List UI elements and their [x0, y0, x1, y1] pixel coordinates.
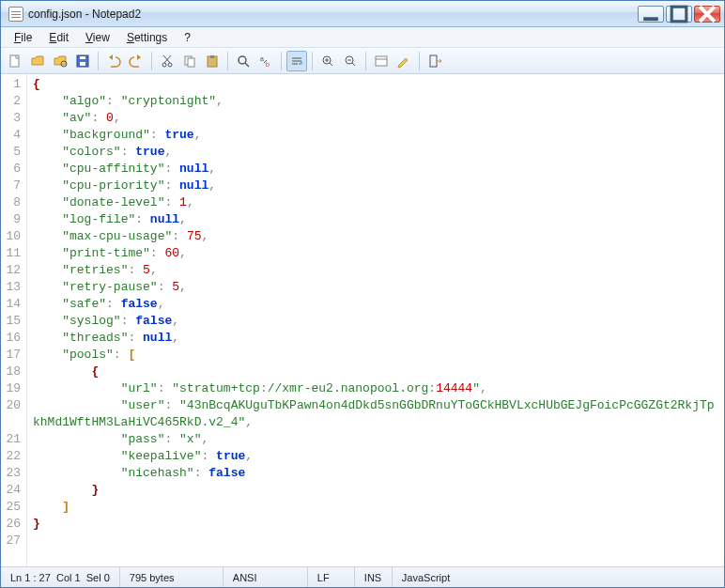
code-line[interactable]: "nicehash": false	[33, 465, 718, 482]
line-number: 27	[5, 533, 21, 549]
code-line[interactable]: "av": 0,	[33, 110, 718, 127]
code-line[interactable]: "algo": "cryptonight",	[33, 93, 718, 110]
svg-rect-8	[80, 56, 85, 59]
svg-rect-1	[671, 7, 686, 22]
line-number: 17	[5, 347, 21, 364]
menu-edit[interactable]: Edit	[41, 29, 76, 46]
line-number: 15	[5, 313, 21, 330]
code-area[interactable]: { "algo": "cryptonight", "av": 0, "backg…	[27, 74, 724, 566]
line-number: 25	[5, 499, 21, 516]
code-line[interactable]: "safe": false,	[33, 296, 718, 313]
code-line[interactable]: }	[33, 516, 718, 533]
replace-icon[interactable]: ab	[255, 51, 276, 71]
svg-line-18	[245, 63, 249, 67]
line-number: 20	[5, 397, 21, 431]
line-number: 26	[5, 516, 21, 533]
code-line[interactable]: "pass": "x",	[33, 431, 718, 448]
paste-icon[interactable]	[202, 51, 223, 71]
svg-point-10	[168, 63, 172, 67]
titlebar[interactable]: config.json - Notepad2	[1, 1, 724, 27]
minimize-button[interactable]	[638, 6, 664, 23]
line-number: 9	[5, 211, 21, 228]
code-line[interactable]: "print-time": 60,	[33, 245, 718, 262]
status-enc[interactable]: ANSI	[224, 567, 308, 587]
code-line[interactable]: "user": "43nBcqAKUguTbKPawn4on4dDkd5snGG…	[33, 397, 718, 431]
open-icon[interactable]	[27, 51, 48, 71]
line-number: 4	[5, 127, 21, 144]
svg-line-25	[330, 63, 332, 66]
code-line[interactable]	[33, 533, 718, 549]
line-number: 19	[5, 380, 21, 397]
menu-view[interactable]: View	[78, 29, 117, 46]
svg-line-12	[163, 55, 170, 63]
code-line[interactable]: "max-cpu-usage": 75,	[33, 228, 718, 245]
new-icon[interactable]	[5, 51, 25, 71]
svg-rect-14	[188, 58, 194, 67]
status-ins[interactable]: INS	[355, 567, 393, 587]
svg-rect-7	[80, 62, 85, 66]
browse-icon[interactable]	[50, 51, 70, 71]
code-line[interactable]: ]	[33, 499, 718, 516]
code-line[interactable]: "donate-level": 1,	[33, 194, 718, 211]
code-line[interactable]: {	[33, 364, 718, 380]
editor[interactable]: 1234567891011121314151617181920212223242…	[1, 74, 724, 566]
line-gutter: 1234567891011121314151617181920212223242…	[1, 74, 27, 566]
menu-help[interactable]: ?	[177, 29, 198, 46]
line-number: 6	[5, 161, 21, 178]
code-line[interactable]: "url": "stratum+tcp://xmr-eu2.nanopool.o…	[33, 380, 718, 397]
line-number: 3	[5, 110, 21, 127]
code-line[interactable]: "cpu-affinity": null,	[33, 161, 718, 178]
line-number: 7	[5, 178, 21, 194]
status-lang[interactable]: JavaScript	[393, 567, 724, 587]
code-line[interactable]: "log-file": null,	[33, 211, 718, 228]
highlight-icon[interactable]	[393, 51, 414, 71]
svg-rect-4	[10, 55, 19, 67]
cut-icon[interactable]	[157, 51, 177, 71]
code-line[interactable]: "cpu-priority": null,	[33, 178, 718, 194]
menubar: File Edit View Settings ?	[1, 27, 724, 48]
code-line[interactable]: "keepalive": true,	[33, 448, 718, 465]
copy-icon[interactable]	[179, 51, 200, 71]
scheme-icon[interactable]	[371, 51, 392, 71]
svg-line-29	[352, 63, 355, 66]
svg-point-17	[239, 56, 246, 64]
line-number: 11	[5, 245, 21, 262]
line-number: 10	[5, 228, 21, 245]
svg-point-9	[162, 63, 166, 67]
code-line[interactable]: "pools": [	[33, 347, 718, 364]
svg-line-11	[164, 55, 171, 63]
undo-icon[interactable]	[103, 51, 124, 71]
code-line[interactable]: "colors": true,	[33, 144, 718, 161]
wordwrap-icon[interactable]	[286, 51, 307, 71]
exit-icon[interactable]	[424, 51, 445, 71]
find-icon[interactable]	[233, 51, 254, 71]
code-line[interactable]: "threads": null,	[33, 330, 718, 347]
toolbar: ab	[1, 48, 724, 74]
status-eol[interactable]: LF	[308, 567, 355, 587]
svg-text:b: b	[266, 61, 270, 68]
code-line[interactable]: "retry-pause": 5,	[33, 279, 718, 296]
code-line[interactable]: {	[33, 76, 718, 93]
zoomout-icon[interactable]	[340, 51, 361, 71]
line-number: 8	[5, 194, 21, 211]
zoomin-icon[interactable]	[317, 51, 338, 71]
menu-settings[interactable]: Settings	[119, 29, 175, 46]
line-number: 21	[5, 431, 21, 448]
status-pos[interactable]: Ln 1 : 27 Col 1 Sel 0	[1, 567, 120, 587]
maximize-button[interactable]	[666, 6, 692, 23]
code-line[interactable]: }	[33, 482, 718, 499]
line-number: 2	[5, 93, 21, 110]
svg-rect-33	[430, 55, 437, 67]
svg-rect-31	[376, 56, 387, 66]
line-number: 13	[5, 279, 21, 296]
menu-file[interactable]: File	[7, 29, 39, 46]
close-button[interactable]	[694, 6, 720, 23]
save-icon[interactable]	[72, 51, 93, 71]
status-bytes[interactable]: 795 bytes	[120, 567, 224, 587]
line-number: 18	[5, 364, 21, 380]
code-line[interactable]: "background": true,	[33, 127, 718, 144]
redo-icon[interactable]	[126, 51, 147, 71]
code-line[interactable]: "syslog": false,	[33, 313, 718, 330]
line-number: 5	[5, 144, 21, 161]
code-line[interactable]: "retries": 5,	[33, 262, 718, 279]
